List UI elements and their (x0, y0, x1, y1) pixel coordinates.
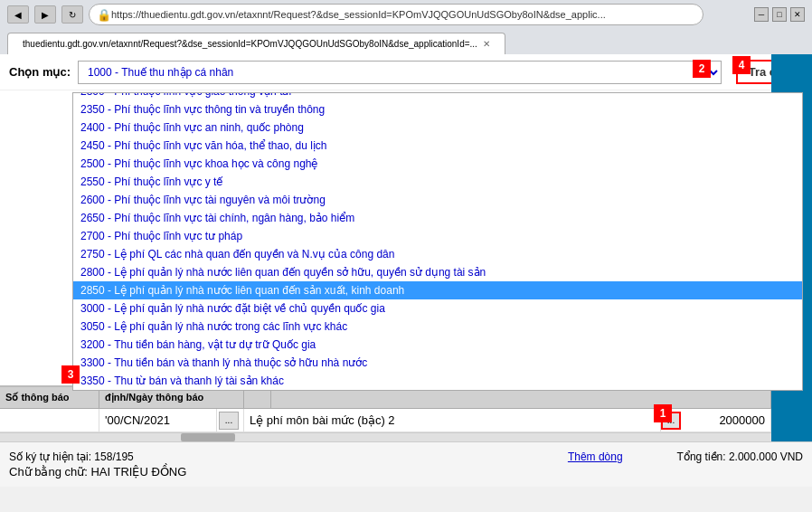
dropdown-item-2450[interactable]: 2450 - Phí thuộc lĩnh vực văn hóa, thể t… (73, 137, 802, 155)
page-content: Chọn mục: 1000 - Thuế thu nhập cá nhân 2… (0, 54, 812, 487)
dropdown-item-3200[interactable]: 3200 - Thu tiền bán hàng, vật tư dự trữ … (73, 336, 802, 354)
dropdown-item-2350[interactable]: 2350 - Phí thuộc lĩnh vực thông tin và t… (73, 100, 802, 119)
badge-2: 2 (693, 60, 711, 78)
dots-button-1[interactable]: ... (219, 412, 239, 430)
close-button[interactable]: ✕ (790, 7, 805, 22)
bottom-table-area: Số thông báo định/Ngày thông báo '00/CN/… (0, 385, 771, 441)
dropdown-item-2400[interactable]: 2400 - Phí thuộc lĩnh vực an ninh, quốc … (73, 119, 802, 137)
bottom-status-bar: Số ký tự hiện tại: 158/195 Thêm dòng Tổn… (0, 441, 812, 487)
dropdown-item-2650[interactable]: 2650 - Phí thuộc lĩnh vực tài chính, ngâ… (73, 209, 802, 227)
badge-1: 1 (654, 404, 672, 422)
forward-button[interactable]: ▶ (34, 5, 56, 24)
td-description: Lệ phí môn bài mức (bậc) 2 (244, 409, 661, 431)
dropdown-item-2700[interactable]: 2700 - Phí thuộc lĩnh vực tư pháp (73, 227, 802, 245)
badge-4: 4 (732, 56, 751, 74)
badge-1-container: ... 1 (661, 412, 681, 430)
dropdown-item-2750[interactable]: 2750 - Lệ phí QL các nhà quan đến quyền … (73, 245, 802, 263)
dropdown-item-3300[interactable]: 3300 - Thu tiền bán và thanh lý nhà thuộ… (73, 354, 802, 372)
tab-close-icon[interactable]: ✕ (483, 39, 490, 49)
them-dong-link[interactable]: Thêm dòng (568, 450, 623, 463)
lock-icon: 🔒 (97, 8, 111, 22)
badge-3: 3 (61, 365, 80, 384)
dropdown-item-3000[interactable]: 3000 - Lệ phí quản lý nhà nước đặt biệt … (73, 299, 802, 318)
tab-title: thuedientu.gdt.gov.vn/etaxnnt/Request?&d… (23, 39, 477, 49)
minimize-button[interactable]: ─ (754, 7, 769, 22)
refresh-button[interactable]: ↻ (61, 5, 83, 24)
chu-bang-chu-text: Chữ bằng chữ: HAI TRIỆU ĐỒNG (9, 465, 186, 479)
browser-tab[interactable]: thuedientu.gdt.gov.vn/etaxnnt/Request?&d… (7, 33, 505, 54)
amount-value: 2000000 (719, 413, 765, 427)
ngay-value: '00/CN/2021 (105, 413, 170, 427)
td-btn-dots1: ... (217, 409, 244, 431)
dropdown-item-3050[interactable]: 3050 - Lệ phí quản lý nhà nước trong các… (73, 318, 802, 336)
td-ngay: '00/CN/2021 (99, 409, 217, 431)
chon-muc-select[interactable]: 1000 - Thuế thu nhập cá nhân (78, 61, 722, 84)
status-row-1: Số ký tự hiện tại: 158/195 Thêm dòng Tổn… (9, 450, 803, 463)
dropdown-item-2850[interactable]: 2850 - Lệ phí quản lý nhà nước liên quan… (73, 281, 802, 299)
table-row: '00/CN/2021 ... Lệ phí môn bài mức (bậc)… (0, 409, 771, 432)
dropdown-list[interactable]: 1000 - Thuế thu nhập cá nhân2150 - Phí t… (72, 92, 803, 391)
dropdown-item-2500[interactable]: 2500 - Phí thuộc lĩnh vực khoa học và cô… (73, 155, 802, 173)
dropdown-item-2550[interactable]: 2550 - Phí thuộc lĩnh vực y tế (73, 173, 802, 191)
back-button[interactable]: ◀ (7, 5, 29, 24)
td-so-thong-bao (0, 409, 99, 431)
chon-muc-row: Chọn mục: 1000 - Thuế thu nhập cá nhân 2… (0, 54, 812, 90)
description-value: Lệ phí môn bài mức (bậc) 2 (250, 413, 395, 427)
chon-muc-label: Chọn mục: (9, 65, 71, 79)
dropdown-item-3350[interactable]: 3350 - Thu từ bán và thanh lý tài sản kh… (73, 372, 802, 390)
dropdown-item-2300[interactable]: 2300 - Phí thuộc lĩnh vực giao thông vận… (73, 92, 802, 100)
so-thong-bao-input[interactable] (5, 415, 93, 426)
dropdown-item-2800[interactable]: 2800 - Lệ phí quản lý nhà nước liên quan… (73, 263, 802, 281)
bottom-line: Chữ bằng chữ: HAI TRIỆU ĐỒNG (9, 465, 803, 479)
url-bar: 🔒 https://thuedientu.gdt.gov.vn/etaxnnt/… (89, 4, 703, 25)
maximize-button[interactable]: □ (772, 7, 787, 22)
tong-tien-text: Tổng tiền: 2.000.000 VND (677, 450, 803, 463)
horizontal-scrollbar[interactable] (0, 432, 771, 441)
url-text: https://thuedientu.gdt.gov.vn/etaxnnt/Re… (111, 9, 606, 20)
td-amount: 2000000 (681, 409, 771, 431)
so-ky-tu-text: Số ký tự hiện tại: 158/195 (9, 450, 134, 463)
dropdown-item-2600[interactable]: 2600 - Phí thuộc lĩnh vực tài nguyên và … (73, 191, 802, 209)
